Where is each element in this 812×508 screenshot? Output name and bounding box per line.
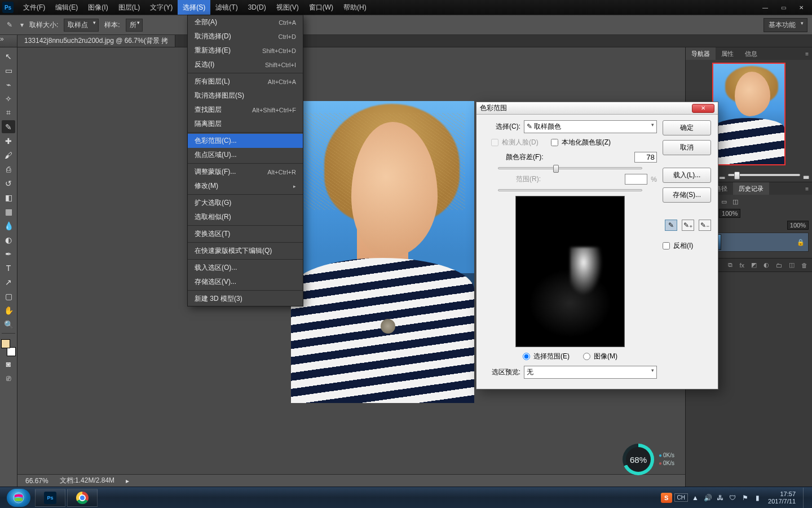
sample-size-dropdown[interactable]: 取样点: [64, 19, 99, 32]
select-mode-dropdown[interactable]: ✎ 取样颜色: [524, 120, 657, 133]
dodge-tool[interactable]: ◐: [2, 233, 15, 246]
cancel-button[interactable]: 取消: [663, 140, 711, 155]
menu-item-edit-quick-mask[interactable]: 在快速蒙版模式下编辑(Q): [188, 244, 303, 258]
type-tool[interactable]: T: [2, 261, 15, 274]
filter-shape-icon[interactable]: ▭: [721, 198, 727, 205]
dialog-close-button[interactable]: ✕: [692, 104, 714, 113]
maximize-button[interactable]: ▭: [778, 3, 788, 11]
fuzziness-slider[interactable]: [498, 167, 642, 169]
flag-icon[interactable]: ⚑: [740, 493, 750, 503]
zoom-tool[interactable]: 🔍: [2, 318, 15, 331]
menu-item-transform-selection[interactable]: 变换选区(T): [188, 227, 303, 241]
performance-widget[interactable]: 68% ●0K/s ●0K/s: [623, 444, 674, 475]
menu-item-all-layers[interactable]: 所有图层(L)Alt+Ctrl+A: [188, 75, 303, 89]
marquee-tool[interactable]: ▭: [2, 64, 15, 77]
menu-item-new-3d[interactable]: 新建 3D 模型(3): [188, 292, 303, 306]
localized-clusters-checkbox[interactable]: 本地化颜色簇(Z): [551, 138, 611, 147]
menu-window[interactable]: 窗口(W): [304, 0, 338, 15]
panel-menu-icon[interactable]: ≡: [802, 47, 812, 60]
opacity-input[interactable]: 100%: [719, 209, 740, 218]
foreground-color-swatch[interactable]: [1, 339, 10, 348]
zoom-out-icon[interactable]: ▂: [720, 171, 725, 179]
ok-button[interactable]: 确定: [663, 120, 711, 135]
invert-checkbox[interactable]: 反相(I): [663, 241, 711, 251]
shape-tool[interactable]: ▢: [2, 290, 15, 303]
zoom-in-icon[interactable]: ▃: [804, 171, 809, 179]
menu-item-reselect[interactable]: 重新选择(E)Shift+Ctrl+D: [188, 43, 303, 58]
eraser-tool[interactable]: ◧: [2, 191, 15, 204]
ime-icon[interactable]: S: [661, 493, 672, 503]
battery-icon[interactable]: ▮: [752, 493, 762, 503]
dialog-title-bar[interactable]: 色彩范围 ✕: [476, 102, 718, 115]
menu-item-find-layers[interactable]: 查找图层Alt+Shift+Ctrl+F: [188, 103, 303, 117]
radio-image[interactable]: 图像(M): [583, 352, 617, 361]
menu-filter[interactable]: 滤镜(T): [210, 0, 242, 15]
menu-item-modify[interactable]: 修改(M)▸: [188, 179, 303, 193]
menu-select[interactable]: 选择(S): [178, 0, 210, 15]
fill-input[interactable]: 100%: [787, 221, 809, 230]
taskbar-clock[interactable]: 17:572017/7/11: [765, 491, 799, 505]
delete-layer-icon[interactable]: 🗑: [801, 262, 807, 269]
tab-history[interactable]: 历史记录: [733, 182, 769, 195]
navigator-thumbnail[interactable]: [712, 63, 785, 165]
menu-item-isolate-layers[interactable]: 隔离图层: [188, 117, 303, 131]
path-select-tool[interactable]: ↗: [2, 275, 15, 288]
zoom-level[interactable]: 66.67%: [25, 477, 48, 485]
link-layers-icon[interactable]: ⧉: [728, 261, 732, 269]
document-canvas[interactable]: [291, 101, 474, 403]
menu-item-similar[interactable]: 选取相似(R): [188, 210, 303, 224]
eyedropper-plus-icon[interactable]: ✎₊: [682, 220, 694, 231]
load-button[interactable]: 载入(L)...: [663, 168, 711, 183]
eyedropper-tool[interactable]: ✎: [2, 120, 15, 133]
menu-edit[interactable]: 编辑(E): [50, 0, 83, 15]
save-button[interactable]: 存储(S)...: [663, 187, 711, 203]
magic-wand-tool[interactable]: ✧: [2, 92, 15, 105]
new-group-icon[interactable]: 🗀: [776, 262, 782, 269]
menu-item-deselect-layers[interactable]: 取消选择图层(S): [188, 89, 303, 103]
menu-item-refine-mask[interactable]: 调整蒙版(F)...Alt+Ctrl+R: [188, 165, 303, 179]
hand-tool[interactable]: ✋: [2, 304, 15, 317]
eyedropper-icon[interactable]: ✎: [665, 220, 677, 231]
menu-item-inverse[interactable]: 反选(I)Shift+Ctrl+I: [188, 58, 303, 72]
new-fill-layer-icon[interactable]: ◐: [764, 261, 769, 269]
menu-item-save-selection[interactable]: 存储选区(V)...: [188, 275, 303, 289]
taskbar-app-browser[interactable]: [67, 489, 98, 507]
eyedropper-tool-icon[interactable]: ✎: [5, 20, 15, 30]
menu-help[interactable]: 帮助(H): [338, 0, 372, 15]
gradient-tool[interactable]: ▦: [2, 205, 15, 218]
ime-lang[interactable]: CH: [674, 493, 688, 502]
menu-view[interactable]: 视图(V): [271, 0, 304, 15]
taskbar-app-photoshop[interactable]: Ps: [35, 489, 65, 507]
speaker-icon[interactable]: 🔊: [703, 493, 713, 503]
show-desktop-button[interactable]: [803, 488, 809, 508]
move-tool[interactable]: ↖: [2, 50, 15, 63]
tab-properties[interactable]: 属性: [716, 47, 739, 60]
new-layer-icon[interactable]: ◫: [789, 261, 795, 269]
start-button[interactable]: [7, 489, 30, 507]
quick-mask-toggle[interactable]: ◙: [2, 357, 15, 370]
pen-tool[interactable]: ✒: [2, 247, 15, 260]
menu-item-grow[interactable]: 扩大选取(G): [188, 196, 303, 210]
minimize-button[interactable]: —: [760, 3, 770, 11]
menu-image[interactable]: 图像(I): [83, 0, 113, 15]
menu-file[interactable]: 文件(F): [18, 0, 50, 15]
layer-mask-icon[interactable]: ◩: [751, 261, 757, 269]
color-swatches[interactable]: [1, 339, 16, 356]
eyedropper-minus-icon[interactable]: ✎₋: [699, 220, 711, 231]
network-icon[interactable]: 🖧: [715, 493, 725, 503]
history-brush-tool[interactable]: ↺: [2, 177, 15, 190]
status-arrow-icon[interactable]: ▸: [126, 477, 129, 485]
tab-navigator[interactable]: 导航器: [686, 47, 716, 60]
blur-tool[interactable]: 💧: [2, 219, 15, 232]
clone-stamp-tool[interactable]: ⎙: [2, 163, 15, 176]
workspace-dropdown[interactable]: 基本功能: [764, 18, 807, 32]
screen-mode-toggle[interactable]: ⎚: [2, 371, 15, 384]
healing-brush-tool[interactable]: ✚: [2, 134, 15, 147]
filter-smart-icon[interactable]: ◫: [732, 198, 738, 205]
menu-3d[interactable]: 3D(D): [243, 0, 271, 15]
crop-tool[interactable]: ⌗: [2, 106, 15, 119]
menu-item-color-range[interactable]: 色彩范围(C)...: [188, 134, 303, 148]
panel-menu-icon[interactable]: ≡: [802, 182, 812, 195]
radio-selection[interactable]: 选择范围(E): [523, 352, 570, 361]
sample-dropdown[interactable]: 所: [126, 19, 143, 32]
